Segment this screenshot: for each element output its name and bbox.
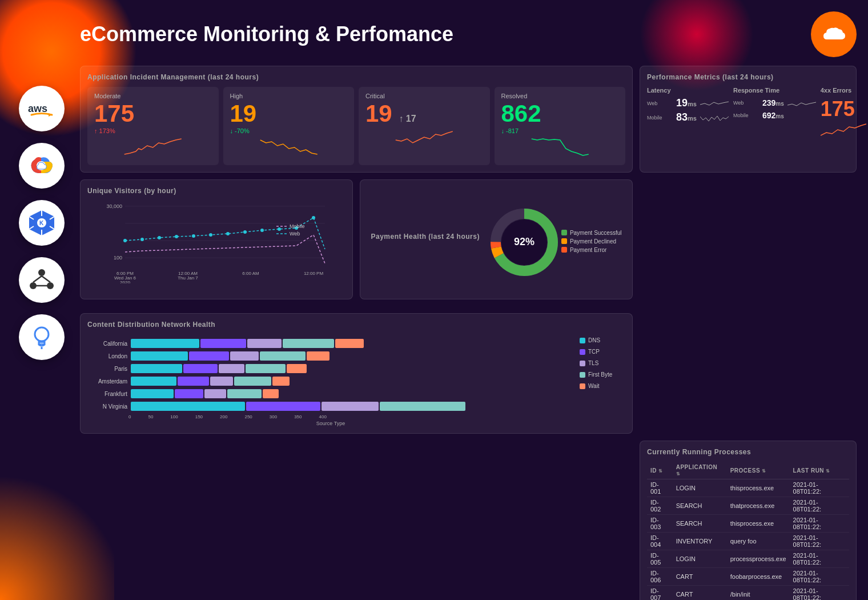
top-section: Application Incident Management (last 24… — [80, 66, 857, 173]
visitors-chart: 30,000 100 — [87, 201, 345, 292]
perf-cols: Latency Web 19ms Mobile 83ms — [647, 87, 849, 141]
cdn-row-nvirginia: N Virginia — [87, 402, 574, 411]
resolved-sparkline — [501, 137, 619, 157]
response-web-val: 239ms — [762, 98, 784, 107]
svg-text:12:00 PM: 12:00 PM — [304, 271, 324, 276]
table-row: ID-004 INVENTORY query foo 2021-01-08T01… — [647, 533, 849, 550]
incident-title: Application Incident Management (last 24… — [87, 73, 625, 81]
k8s-icon[interactable]: K — [19, 200, 65, 246]
svg-line-16 — [33, 276, 42, 282]
cdn-legend: DNS TCP TLS First Byte Wait — [580, 334, 625, 426]
svg-point-33 — [192, 234, 195, 238]
svg-point-29 — [123, 239, 127, 242]
errors-col: 4xx Errors 175 — [821, 87, 866, 141]
metric-moderate: Moderate 175 ↑ 173% — [87, 87, 219, 165]
latency-mobile-row: Mobile 83ms — [647, 111, 729, 123]
gcp-icon[interactable] — [19, 143, 65, 189]
metric-high-label: High — [230, 93, 348, 99]
svg-text:aws: aws — [28, 103, 47, 114]
kafka-icon[interactable] — [19, 257, 65, 303]
processes-table: ID ⇅ APPLICATION ⇅ PROCESS ⇅ LAST RUN ⇅ … — [647, 462, 849, 600]
table-row: ID-005 LOGIN processprocess.exe 2021-01-… — [647, 550, 849, 568]
response-web-spark — [787, 97, 816, 109]
metric-moderate-value: 175 — [94, 102, 212, 126]
visitors-panel: Unique Visitors (by hour) 30,000 100 — [80, 179, 353, 299]
metric-high-change: ↓ -70% — [230, 127, 348, 134]
response-mobile-val: 692ms — [762, 111, 784, 120]
response-col: Response Time Web 239ms Mobile 692ms — [733, 87, 816, 141]
latency-mobile-spark — [700, 112, 729, 123]
aws-icon[interactable]: aws — [19, 86, 65, 131]
visitors-title: Unique Visitors (by hour) — [87, 187, 345, 195]
processes-title: Currently Running Processes — [647, 448, 849, 456]
errors-label: 4xx Errors — [821, 87, 866, 94]
cloud-button[interactable] — [811, 11, 857, 57]
metric-moderate-label: Moderate — [94, 93, 212, 99]
metric-resolved-label: Resolved — [501, 93, 619, 99]
svg-text:6:00 AM: 6:00 AM — [242, 271, 259, 276]
svg-point-19 — [35, 327, 49, 341]
svg-text:Mobile: Mobile — [290, 223, 305, 229]
sidebar: aws K — [0, 0, 83, 600]
latency-web-val: 19ms — [676, 97, 697, 109]
svg-point-30 — [140, 238, 144, 241]
cdn-row-amsterdam: Amsterdam — [87, 377, 574, 386]
svg-point-40 — [312, 216, 315, 219]
svg-point-13 — [38, 269, 45, 276]
svg-text:2020: 2020 — [120, 280, 130, 283]
perf-title: Performance Metrics (last 24 hours) — [647, 73, 849, 81]
dashboard: Application Incident Management (last 24… — [80, 66, 857, 600]
metric-resolved: Resolved 862 ↓ -817 — [495, 87, 626, 165]
incident-panel: Application Incident Management (last 24… — [80, 66, 633, 173]
latency-label: Latency — [647, 87, 729, 94]
svg-point-36 — [243, 230, 247, 234]
processes-tbody: ID-001 LOGIN thisprocess.exe 2021-01-08T… — [647, 479, 849, 601]
latency-web-row: Web 19ms — [647, 97, 729, 109]
svg-point-31 — [158, 236, 161, 239]
table-row: ID-003 SEARCH thisprocess.exe 2021-01-08… — [647, 515, 849, 533]
cdn-row-frankfurt: Frankfurt — [87, 389, 574, 398]
errors-value: 175 — [821, 97, 866, 121]
errors-sparkline — [821, 121, 866, 138]
cdn-row-london: London — [87, 351, 574, 361]
processes-panel: Currently Running Processes ID ⇅ APPLICA… — [640, 441, 857, 600]
col-application: APPLICATION ⇅ — [673, 462, 727, 479]
col-id: ID ⇅ — [647, 462, 673, 479]
critical-sparkline — [365, 129, 483, 149]
mid-section: Unique Visitors (by hour) 30,000 100 — [80, 179, 857, 600]
table-row: ID-006 CART foobarprocess.exe 2021-01-08… — [647, 568, 849, 586]
metric-high: High 19 ↓ -70% — [223, 87, 355, 165]
svg-text:Thu Jan 7: Thu Jan 7 — [178, 275, 198, 281]
metric-high-value: 19 — [230, 102, 348, 126]
metric-critical-label: Critical — [365, 93, 483, 99]
mid-left: Unique Visitors (by hour) 30,000 100 — [80, 179, 633, 434]
svg-point-38 — [278, 227, 281, 231]
perf-panel: Performance Metrics (last 24 hours) Late… — [640, 66, 857, 173]
svg-point-35 — [226, 232, 230, 235]
svg-text:Web: Web — [290, 231, 300, 237]
payment-legend-declined: Payment Declined — [561, 238, 622, 245]
visitors-svg: 30,000 100 — [87, 201, 345, 283]
payment-donut: 92% — [487, 205, 561, 279]
response-web-row: Web 239ms — [733, 97, 816, 109]
svg-text:30,000: 30,000 — [106, 203, 122, 209]
metric-resolved-change: ↓ -817 — [501, 127, 619, 134]
metric-moderate-change: ↑ 173% — [94, 127, 212, 134]
response-mobile-row: Mobile 692ms — [733, 111, 816, 120]
cdn-panel: Content Distribution Network Health Cali… — [80, 313, 633, 434]
payment-legend-success: Payment Successful — [561, 230, 622, 236]
col-lastrun: LAST RUN ⇅ — [790, 462, 849, 479]
cdn-row-california: California — [87, 339, 574, 348]
visitors-payment-row: Unique Visitors (by hour) 30,000 100 — [80, 179, 633, 299]
latency-mobile-val: 83ms — [676, 111, 697, 123]
svg-text:100: 100 — [114, 255, 122, 261]
page-title: eCommerce Monitoring & Perfomance — [80, 22, 453, 46]
cdn-title: Content Distribution Network Health — [87, 321, 625, 329]
table-row: ID-001 LOGIN thisprocess.exe 2021-01-08T… — [647, 479, 849, 497]
db-icon[interactable] — [19, 314, 65, 360]
cdn-row-paris: Paris — [87, 364, 574, 373]
metric-resolved-value: 862 — [501, 102, 619, 126]
svg-point-37 — [260, 229, 264, 232]
table-row: ID-007 CART /bin/init 2021-01-08T01:22: — [647, 586, 849, 601]
payment-panel: Payment Health (last 24 hours) — [360, 179, 633, 299]
